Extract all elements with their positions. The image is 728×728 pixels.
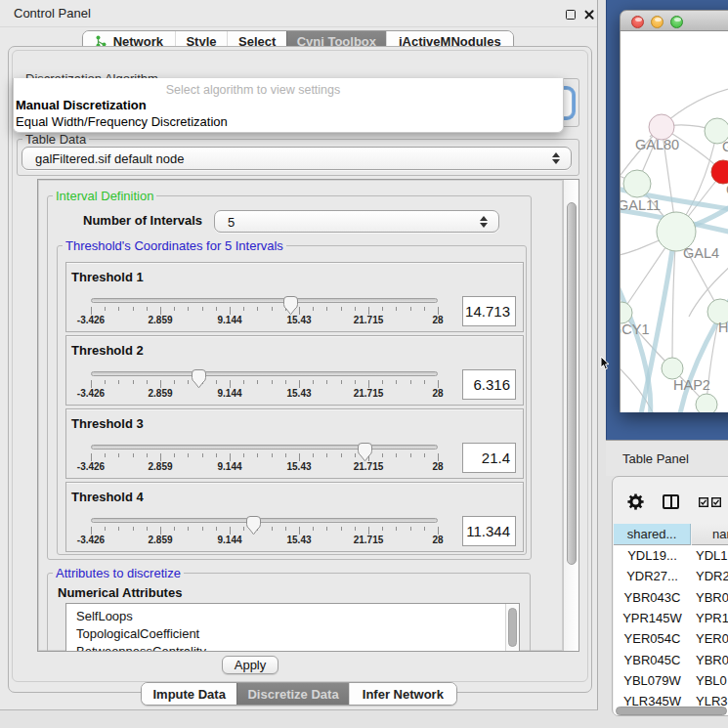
tab-impute-data[interactable]: Impute Data bbox=[142, 683, 236, 705]
list-item[interactable]: TopologicalCoefficient bbox=[76, 626, 199, 641]
slider-scale-label: 21.715 bbox=[347, 535, 390, 545]
network-node[interactable] bbox=[696, 394, 717, 412]
slider-thumb[interactable] bbox=[245, 515, 262, 535]
slider-tick bbox=[396, 453, 397, 457]
slider-scale-label: 9.144 bbox=[208, 315, 251, 325]
slider-track[interactable] bbox=[91, 445, 438, 450]
slider-tick bbox=[133, 307, 134, 311]
scrollbar-thumb[interactable] bbox=[567, 202, 577, 565]
network-window-titlebar[interactable] bbox=[620, 10, 728, 31]
table-cell[interactable]: YBL0 bbox=[696, 670, 728, 691]
slider-tick bbox=[326, 307, 327, 311]
slider-scale-label: 2.859 bbox=[139, 388, 182, 399]
network-node[interactable] bbox=[662, 358, 683, 379]
table-cell[interactable]: YDL1 bbox=[696, 545, 728, 566]
slider-tick bbox=[160, 380, 161, 388]
slider-thumb[interactable] bbox=[282, 295, 299, 316]
table-cell[interactable]: YBR043C bbox=[614, 587, 691, 608]
combo-arrows-icon bbox=[480, 216, 488, 228]
zoom-traffic-light[interactable] bbox=[670, 16, 683, 28]
threshold-value-field[interactable]: 21.4 bbox=[462, 443, 516, 473]
table-data-combobox[interactable]: galFiltered.sif default node bbox=[21, 147, 572, 170]
column-header-shared[interactable]: shared... bbox=[614, 524, 691, 545]
slider-tick bbox=[396, 307, 397, 311]
scrollbar-track[interactable] bbox=[563, 180, 578, 651]
network-node-label: HAP2 bbox=[673, 377, 710, 393]
table-cell[interactable]: YDL19... bbox=[614, 545, 691, 566]
slider-tick bbox=[174, 307, 175, 311]
table-cell[interactable]: YBL079W bbox=[614, 670, 691, 691]
slider-scale-label: 9.144 bbox=[208, 461, 251, 472]
slider-tick bbox=[438, 380, 439, 388]
slider-tick bbox=[105, 380, 106, 384]
list-item[interactable]: BetweennessCentrality bbox=[76, 644, 206, 652]
table-cell[interactable]: YPR1 bbox=[696, 608, 728, 628]
slider-tick bbox=[396, 380, 397, 384]
slider-tick bbox=[368, 527, 369, 535]
slider-thumb[interactable] bbox=[357, 442, 373, 462]
slider-track[interactable] bbox=[91, 371, 438, 376]
popup-option-equal-width[interactable]: Equal Width/Frequency Discretization bbox=[16, 114, 228, 129]
slider-track[interactable] bbox=[91, 518, 438, 523]
list-scrollbar-track[interactable] bbox=[505, 604, 519, 652]
split-table-icon[interactable] bbox=[663, 494, 679, 509]
hscrollbar-thumb[interactable] bbox=[616, 707, 727, 715]
slider-tick bbox=[174, 380, 175, 384]
slider-tick bbox=[341, 453, 342, 457]
close-icon[interactable] bbox=[583, 9, 595, 21]
slider-tick bbox=[147, 380, 148, 384]
slider-tick bbox=[91, 380, 92, 388]
slider-tick bbox=[216, 527, 217, 531]
table-data-group-title: Table Data bbox=[22, 132, 89, 147]
table-cell[interactable]: YBR0 bbox=[696, 650, 728, 670]
close-traffic-light[interactable] bbox=[631, 16, 644, 28]
network-node[interactable] bbox=[623, 170, 651, 197]
float-icon[interactable] bbox=[566, 10, 576, 20]
threshold-value-field[interactable]: 11.344 bbox=[462, 516, 516, 546]
slider-thumb[interactable] bbox=[191, 368, 207, 389]
slider-tick bbox=[202, 527, 203, 531]
number-of-intervals-combobox[interactable]: 5 bbox=[214, 210, 499, 233]
slider-tick bbox=[147, 307, 148, 311]
numerical-attributes-label: Numerical Attributes bbox=[58, 585, 182, 600]
slider-tick bbox=[118, 453, 119, 457]
gear-icon[interactable] bbox=[627, 493, 644, 510]
slider-tick bbox=[285, 527, 286, 531]
slider-tick bbox=[313, 453, 314, 457]
slider-tick bbox=[272, 307, 273, 311]
apply-button[interactable]: Apply bbox=[222, 656, 278, 674]
slider-tick bbox=[230, 453, 231, 461]
network-node-label: H bbox=[718, 320, 728, 335]
table-cell[interactable]: YPR145W bbox=[614, 608, 691, 628]
slider-tick bbox=[313, 307, 314, 311]
table-cell[interactable]: YDR2 bbox=[696, 566, 728, 586]
slider-scale-label: 2.859 bbox=[139, 535, 182, 545]
slider-tick bbox=[91, 307, 92, 315]
list-item[interactable]: SelfLoops bbox=[76, 609, 133, 623]
list-scrollbar-thumb[interactable] bbox=[508, 608, 517, 647]
tab-infer-network[interactable]: Infer Network bbox=[349, 683, 456, 705]
slider-tick bbox=[257, 380, 258, 384]
threshold-label: Threshold 1 bbox=[71, 270, 144, 284]
threshold-value-field[interactable]: 14.713 bbox=[462, 296, 516, 326]
slider-tick bbox=[147, 453, 148, 457]
slider-tick bbox=[147, 527, 148, 531]
numerical-attributes-list[interactable]: SelfLoopsTopologicalCoefficientBetweenne… bbox=[65, 603, 520, 652]
tab-discretize-data[interactable]: Discretize Data bbox=[236, 683, 348, 705]
table-cell[interactable]: YER0 bbox=[696, 628, 728, 649]
table-data-combo-value: galFiltered.sif default node bbox=[35, 148, 184, 171]
table-cell[interactable]: YDR27... bbox=[614, 566, 691, 586]
threshold-value-field[interactable]: 6.316 bbox=[462, 369, 516, 400]
column-header-name[interactable]: name bbox=[692, 524, 728, 545]
attributes-group-title: Attributes to discretize bbox=[53, 566, 184, 580]
table-cell[interactable]: YBR045C bbox=[614, 650, 691, 670]
table-cell[interactable]: YER054C bbox=[614, 628, 691, 649]
checkbox-icon[interactable] bbox=[699, 497, 708, 507]
checkbox-icon[interactable] bbox=[711, 497, 721, 507]
table-cell[interactable]: YBR0 bbox=[696, 587, 728, 608]
popup-option-manual[interactable]: Manual Discretization bbox=[16, 98, 147, 112]
slider-track[interactable] bbox=[91, 298, 438, 303]
network-canvas[interactable]: GAL80GAGGAL11GAL4GCY1HHAP2 bbox=[620, 31, 728, 412]
slider-tick bbox=[133, 453, 134, 457]
minimize-traffic-light[interactable] bbox=[651, 16, 664, 28]
